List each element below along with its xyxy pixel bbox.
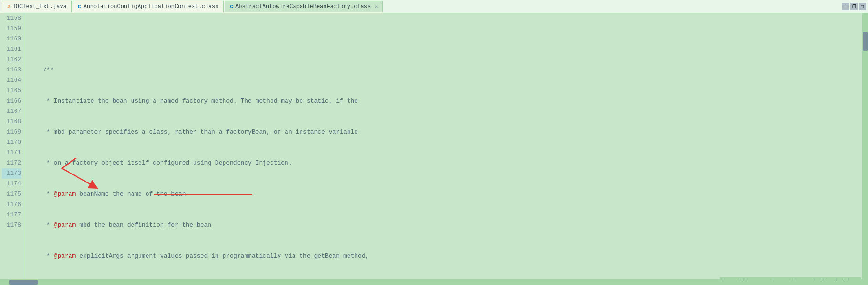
code-area[interactable]: /** * Instantiate the bean using a named…	[24, 13, 862, 285]
code-line-1159: /**	[28, 65, 859, 75]
line-num: 1166	[2, 96, 21, 106]
horizontal-scrollbar[interactable]	[0, 279, 862, 285]
tab-label: IOCTest_Ext.java	[13, 3, 67, 10]
tab-label: AbstractAutowireCapableBeanFactory.class	[235, 3, 371, 10]
code-line-1162: * on a factory object itself configured …	[28, 158, 859, 168]
editor-container: 1158 1159 1160 1161 1162 1163 1164 1165 …	[0, 13, 868, 285]
line-num: 1167	[2, 106, 21, 117]
line-num: 1174	[2, 179, 21, 189]
code-line-1160: * Instantiate the bean using a named fac…	[28, 96, 859, 106]
line-num: 1170	[2, 137, 21, 148]
code-line-1158	[28, 34, 859, 44]
line-num: 1164	[2, 75, 21, 86]
tab-close-icon[interactable]: ✕	[375, 4, 378, 9]
maximize-button[interactable]: □	[859, 3, 866, 10]
line-num: 1178	[2, 220, 21, 230]
tab-abstract[interactable]: C AbstractAutowireCapableBeanFactory.cla…	[225, 1, 383, 12]
tab-bar: J IOCTest_Ext.java C AnnotationConfigApp…	[0, 0, 868, 13]
tab-annotation[interactable]: C AnnotationConfigApplicationContext.cla…	[73, 1, 224, 12]
tab-ioctest[interactable]: J IOCTest_Ext.java	[2, 1, 72, 12]
code-line-1165: * @param explicitArgs argument values pa…	[28, 251, 859, 261]
annotation-arrow	[24, 13, 862, 285]
scrollbar-thumb[interactable]	[863, 32, 868, 51]
horizontal-scrollbar-thumb[interactable]	[9, 280, 38, 285]
code-line-1163: * @param beanName the name of the bean	[28, 189, 859, 199]
class-icon: C	[230, 4, 233, 9]
line-num: 1177	[2, 210, 21, 220]
line-num: 1159	[2, 24, 21, 34]
minimize-button[interactable]: —	[842, 3, 849, 10]
restore-button[interactable]: ❐	[850, 3, 858, 10]
line-num: 1176	[2, 199, 21, 210]
window-controls: — ❐ □	[842, 3, 866, 10]
code-line-1164: * @param mbd the bean definition for the…	[28, 220, 859, 230]
line-num: 1163	[2, 65, 21, 75]
class-icon: C	[78, 4, 81, 9]
line-numbers: 1158 1159 1160 1161 1162 1163 1164 1165 …	[0, 13, 24, 285]
line-num: 1161	[2, 44, 21, 55]
line-num: 1172	[2, 158, 21, 168]
java-icon: J	[7, 4, 10, 9]
code-line-1161: * mbd parameter specifies a class, rathe…	[28, 127, 859, 137]
line-num: 1169	[2, 127, 21, 137]
line-num: 1165	[2, 86, 21, 96]
line-num: 1168	[2, 117, 21, 127]
line-num: 1162	[2, 55, 21, 65]
line-num: 1173	[2, 168, 21, 179]
line-num: 1175	[2, 189, 21, 199]
vertical-scrollbar[interactable]	[862, 13, 868, 285]
line-num: 1158	[2, 13, 21, 24]
line-num: 1160	[2, 34, 21, 44]
line-num: 1171	[2, 148, 21, 158]
tab-label: AnnotationConfigApplicationContext.class	[83, 3, 218, 10]
